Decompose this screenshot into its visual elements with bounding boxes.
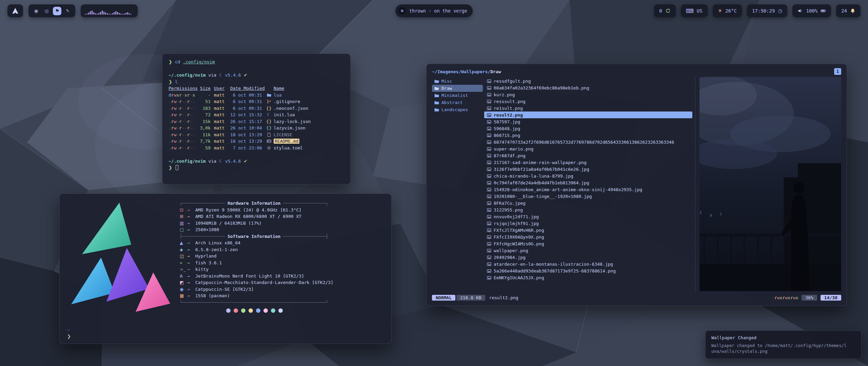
image-file-icon	[487, 113, 491, 117]
file-item[interactable]: FXfcHgcWIAMzs0G.png	[484, 240, 692, 247]
folder-item[interactable]: Draw	[432, 85, 483, 92]
file-item[interactable]: 20492984.jpg	[484, 254, 692, 261]
notification-popup[interactable]: Wallpaper Changed Wallpaper changed to /…	[705, 330, 862, 359]
updates-module[interactable]: 0	[654, 4, 675, 17]
file-item[interactable]: resssult.png	[484, 98, 692, 105]
file-listing-row: .rw-r--r-- 183 matt 6 oct 00:31 {} .neoc…	[169, 105, 344, 112]
notification-body: Wallpaper changed to /home/matt/.config/…	[711, 343, 848, 354]
file-item[interactable]: 87r687df.png	[484, 152, 692, 159]
workspace-button[interactable]: ✎	[63, 7, 72, 15]
file-name: resssult.png	[494, 99, 526, 104]
palette-color-dot	[263, 308, 268, 313]
info-icon: ◫	[180, 253, 187, 260]
workspace-button[interactable]: ◎	[42, 7, 51, 15]
file-name: 8FKa7Cu.jpeg	[494, 201, 526, 206]
file-item[interactable]: kurz.png	[484, 91, 692, 98]
file-size: 51	[197, 99, 211, 104]
box-footer: └───────────────────────────────────────…	[180, 299, 333, 306]
notifications-count: 24	[841, 8, 847, 14]
file-item[interactable]: FXfcJlTXgAMvH6R.png	[484, 227, 692, 233]
file-manager-window[interactable]: ~/Imagenes/Wallpapers/ Draw 1 Misc Draw …	[426, 64, 847, 306]
file-name: 587597.jpg	[494, 119, 520, 124]
file-item[interactable]: 68747470733a2f2f696d616765732d7769786d70…	[484, 139, 692, 145]
file-name: FXfcJlTXgAMvH6R.png	[494, 228, 544, 233]
image-file-icon	[487, 221, 491, 226]
image-file-icon	[487, 79, 491, 83]
file-permissions: .rw-r--r--	[169, 145, 197, 150]
file-name: LICENSE	[274, 132, 292, 137]
notifications-module[interactable]: 24	[836, 4, 861, 17]
image-file-icon	[487, 235, 491, 239]
file-item[interactable]: 0c794faf07de24a4db4d4fb1eb813964.jpg	[484, 179, 692, 186]
file-item[interactable]: EeNKYgIUcAAJ5JX.png	[484, 274, 692, 281]
fastfetch-window[interactable]: ┌──────────────── Hardware Information ─…	[59, 194, 392, 344]
file-item[interactable]: rsjqojlmjhf91.jpg	[484, 220, 692, 227]
info-value: Arch Linux x86_64	[195, 240, 240, 246]
image-file-icon	[487, 140, 491, 144]
file-item[interactable]: 3122955.png	[484, 206, 692, 213]
arrow-icon: →	[187, 292, 195, 299]
file-name: 87r687df.png	[494, 153, 526, 158]
image-file-icon	[487, 167, 491, 171]
file-name: lua	[274, 93, 281, 98]
clock-module[interactable]: 17:50:29 ◷	[747, 4, 788, 17]
file-name: lazyvim.json	[274, 125, 305, 130]
keyboard-layout-module[interactable]: ⌨ US	[681, 4, 708, 17]
volume-module[interactable]: 100%	[792, 4, 831, 17]
file-item[interactable]: 596848.jpg	[484, 125, 692, 132]
file-item[interactable]: 217167-sad-anime-rain-wallpaper.png	[484, 159, 692, 166]
arrow-icon: →	[187, 213, 195, 220]
file-size: 7,7k	[197, 139, 211, 144]
workspace-button[interactable]: ◉	[32, 7, 40, 15]
shell-prompt[interactable]: ~ ❯	[67, 327, 71, 340]
tab-indicator[interactable]: 1	[834, 68, 841, 75]
folder-icon	[434, 107, 439, 112]
file-item[interactable]: 8FKa7Cu.jpeg	[484, 200, 692, 206]
file-item[interactable]: atardecer-en-la-montanas-ilustracion-634…	[484, 261, 692, 267]
file-item[interactable]: wallpaper.png	[484, 247, 692, 254]
file-item[interactable]: result2.png	[484, 111, 692, 118]
weather-module[interactable]: ☀ 26°C	[713, 4, 742, 17]
info-value: Hyprland	[195, 253, 217, 260]
file-item[interactable]: re1sult.png	[484, 105, 692, 111]
file-item[interactable]: 19201080-__blue-tinge__-1920×1080.jpg	[484, 193, 692, 200]
shell-input-line[interactable]: ❯	[169, 164, 344, 171]
folder-name: Abstract	[441, 100, 463, 105]
arch-logo-icon	[12, 7, 19, 14]
file-item[interactable]: FXfcII0X0AQyn9X.png	[484, 233, 692, 240]
file-item[interactable]: 5a266e448add93deab367d87173e9f25-6837886…	[484, 267, 692, 274]
info-value: 10948MiB / 64183MiB (17%)	[195, 220, 262, 227]
terminal-window[interactable]: ❯cd.config/nvim ~/.config/nvimvia☾v5.4.6…	[162, 54, 351, 184]
file-item[interactable]: chica-mirando-la-luna-8799.jpg	[484, 172, 692, 179]
info-value: 868×366	[195, 226, 219, 233]
launcher-button[interactable]	[7, 4, 23, 17]
shell-context-line: ~/.config/nvimvia☾v5.4.6✔	[169, 72, 344, 79]
file-item[interactable]: ressdfgult.png	[484, 78, 692, 84]
file-name: kurz.png	[494, 92, 515, 97]
media-player-module[interactable]: thrown - on the verge	[395, 4, 473, 17]
arrow-icon: →	[187, 266, 195, 273]
pane-separator	[695, 77, 695, 291]
file-item[interactable]: 866715.png	[484, 132, 692, 139]
folder-item[interactable]: Misc	[432, 78, 483, 85]
file-item[interactable]: 08a634fa02a32364f69ebc86a98eb1eb.png	[484, 84, 692, 91]
file-item[interactable]: 3126f7e9bbf21a8a4af0b67b041c6e26.jpg	[484, 166, 692, 172]
file-permissions: .rw-r--r--	[169, 99, 197, 104]
workspace-button[interactable]: ⚑	[53, 7, 61, 15]
file-size: 183	[197, 106, 211, 111]
file-name: rsjqojlmjhf91.jpg	[494, 221, 539, 226]
file-name: 20492984.jpg	[494, 255, 526, 260]
file-item[interactable]: 587597.jpg	[484, 118, 692, 125]
volume-level: 100%	[806, 8, 817, 14]
folder-name: Draw	[441, 86, 452, 91]
media-title: thrown - on the verge	[409, 8, 467, 14]
file-item[interactable]: 154928-odinokoe_anime-art-anime-okno-sin…	[484, 186, 692, 193]
folder-item[interactable]: Landscapes	[432, 106, 483, 113]
file-item[interactable]: nnvuv0xj2df71.jpg	[484, 213, 692, 220]
updates-count: 0	[659, 8, 662, 14]
file-name: super-mario.png	[494, 146, 533, 151]
file-size: 59	[197, 145, 211, 150]
folder-item[interactable]: Minimalist	[432, 92, 483, 99]
folder-item[interactable]: Abstract	[432, 99, 483, 106]
file-item[interactable]: super-mario.png	[484, 145, 692, 152]
